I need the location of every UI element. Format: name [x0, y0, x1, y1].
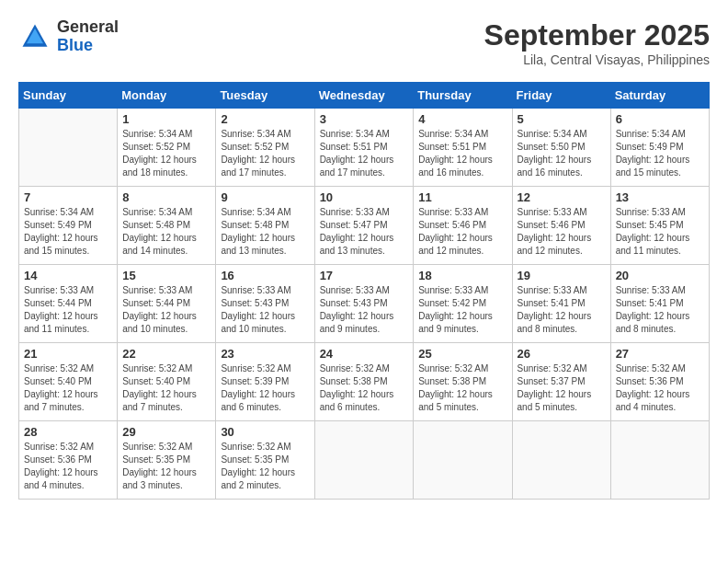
- calendar-cell: 1Sunrise: 5:34 AM Sunset: 5:52 PM Daylig…: [118, 109, 216, 187]
- day-number: 19: [518, 269, 606, 282]
- day-info: Sunrise: 5:34 AM Sunset: 5:51 PM Dayligh…: [418, 128, 506, 179]
- logo-text: General Blue: [57, 18, 119, 55]
- calendar-week-row: 28Sunrise: 5:32 AM Sunset: 5:36 PM Dayli…: [19, 421, 710, 500]
- day-info: Sunrise: 5:34 AM Sunset: 5:50 PM Dayligh…: [518, 128, 606, 179]
- weekday-header: Wednesday: [314, 83, 414, 109]
- calendar-cell: [512, 421, 610, 500]
- calendar-cell: 13Sunrise: 5:33 AM Sunset: 5:45 PM Dayli…: [610, 187, 709, 265]
- weekday-header: Sunday: [19, 83, 118, 109]
- day-number: 28: [24, 425, 112, 439]
- calendar-cell: 24Sunrise: 5:32 AM Sunset: 5:38 PM Dayli…: [314, 343, 414, 421]
- weekday-header: Tuesday: [216, 83, 314, 109]
- day-number: 26: [518, 347, 606, 361]
- day-number: 4: [418, 112, 506, 126]
- day-info: Sunrise: 5:34 AM Sunset: 5:52 PM Dayligh…: [122, 128, 210, 179]
- day-number: 5: [518, 112, 606, 126]
- day-info: Sunrise: 5:34 AM Sunset: 5:48 PM Dayligh…: [122, 206, 210, 258]
- day-info: Sunrise: 5:33 AM Sunset: 5:46 PM Dayligh…: [418, 206, 506, 258]
- day-info: Sunrise: 5:34 AM Sunset: 5:52 PM Dayligh…: [221, 128, 309, 179]
- calendar-cell: 10Sunrise: 5:33 AM Sunset: 5:47 PM Dayli…: [314, 187, 414, 265]
- calendar-cell: 2Sunrise: 5:34 AM Sunset: 5:52 PM Daylig…: [216, 109, 314, 187]
- day-info: Sunrise: 5:33 AM Sunset: 5:42 PM Dayligh…: [418, 284, 506, 336]
- day-info: Sunrise: 5:34 AM Sunset: 5:49 PM Dayligh…: [24, 206, 112, 258]
- calendar-cell: 15Sunrise: 5:33 AM Sunset: 5:44 PM Dayli…: [118, 265, 216, 343]
- location-subtitle: Lila, Central Visayas, Philippines: [484, 52, 710, 67]
- calendar-cell: 7Sunrise: 5:34 AM Sunset: 5:49 PM Daylig…: [19, 187, 118, 265]
- day-info: Sunrise: 5:33 AM Sunset: 5:45 PM Dayligh…: [616, 206, 704, 258]
- calendar-cell: 27Sunrise: 5:32 AM Sunset: 5:36 PM Dayli…: [610, 343, 709, 421]
- day-number: 24: [320, 347, 409, 361]
- calendar-cell: 17Sunrise: 5:33 AM Sunset: 5:43 PM Dayli…: [314, 265, 414, 343]
- day-number: 15: [122, 269, 210, 282]
- logo-general: General: [57, 17, 119, 36]
- calendar-week-row: 1Sunrise: 5:34 AM Sunset: 5:52 PM Daylig…: [19, 109, 710, 187]
- calendar-cell: [19, 109, 118, 187]
- day-info: Sunrise: 5:33 AM Sunset: 5:44 PM Dayligh…: [24, 284, 112, 336]
- calendar-cell: [610, 421, 709, 500]
- day-number: 27: [616, 347, 704, 361]
- calendar-week-row: 7Sunrise: 5:34 AM Sunset: 5:49 PM Daylig…: [19, 187, 710, 265]
- calendar-cell: 26Sunrise: 5:32 AM Sunset: 5:37 PM Dayli…: [512, 343, 610, 421]
- day-number: 17: [320, 269, 409, 282]
- day-number: 25: [418, 347, 506, 361]
- calendar-cell: 9Sunrise: 5:34 AM Sunset: 5:48 PM Daylig…: [216, 187, 314, 265]
- calendar-cell: 19Sunrise: 5:33 AM Sunset: 5:41 PM Dayli…: [512, 265, 610, 343]
- calendar-cell: 28Sunrise: 5:32 AM Sunset: 5:36 PM Dayli…: [19, 421, 118, 500]
- day-number: 13: [616, 190, 704, 204]
- day-number: 10: [320, 190, 409, 204]
- weekday-header: Monday: [118, 83, 216, 109]
- calendar-cell: 5Sunrise: 5:34 AM Sunset: 5:50 PM Daylig…: [512, 109, 610, 187]
- day-number: 9: [221, 190, 309, 204]
- title-block: September 2025 Lila, Central Visayas, Ph…: [484, 18, 710, 67]
- calendar-cell: 12Sunrise: 5:33 AM Sunset: 5:46 PM Dayli…: [512, 187, 610, 265]
- calendar-cell: 21Sunrise: 5:32 AM Sunset: 5:40 PM Dayli…: [19, 343, 118, 421]
- day-number: 16: [221, 269, 309, 282]
- day-info: Sunrise: 5:32 AM Sunset: 5:36 PM Dayligh…: [24, 441, 112, 492]
- day-info: Sunrise: 5:32 AM Sunset: 5:36 PM Dayligh…: [616, 362, 704, 414]
- day-info: Sunrise: 5:32 AM Sunset: 5:35 PM Dayligh…: [122, 441, 210, 492]
- day-number: 29: [122, 425, 210, 439]
- day-info: Sunrise: 5:33 AM Sunset: 5:41 PM Dayligh…: [616, 284, 704, 336]
- logo-blue: Blue: [57, 36, 93, 54]
- day-info: Sunrise: 5:33 AM Sunset: 5:41 PM Dayligh…: [518, 284, 606, 336]
- calendar-cell: 25Sunrise: 5:32 AM Sunset: 5:38 PM Dayli…: [414, 343, 512, 421]
- calendar-cell: 11Sunrise: 5:33 AM Sunset: 5:46 PM Dayli…: [414, 187, 512, 265]
- calendar-week-row: 14Sunrise: 5:33 AM Sunset: 5:44 PM Dayli…: [19, 265, 710, 343]
- day-info: Sunrise: 5:34 AM Sunset: 5:51 PM Dayligh…: [320, 128, 409, 179]
- page-header: General Blue September 2025 Lila, Centra…: [18, 18, 710, 67]
- day-info: Sunrise: 5:32 AM Sunset: 5:40 PM Dayligh…: [122, 362, 210, 414]
- calendar-cell: 14Sunrise: 5:33 AM Sunset: 5:44 PM Dayli…: [19, 265, 118, 343]
- weekday-header: Thursday: [414, 83, 512, 109]
- day-info: Sunrise: 5:32 AM Sunset: 5:38 PM Dayligh…: [418, 362, 506, 414]
- calendar-cell: 29Sunrise: 5:32 AM Sunset: 5:35 PM Dayli…: [118, 421, 216, 500]
- day-number: 7: [24, 190, 112, 204]
- calendar-cell: 18Sunrise: 5:33 AM Sunset: 5:42 PM Dayli…: [414, 265, 512, 343]
- day-number: 1: [122, 112, 210, 126]
- calendar-cell: 6Sunrise: 5:34 AM Sunset: 5:49 PM Daylig…: [610, 109, 709, 187]
- day-number: 20: [616, 269, 704, 282]
- calendar-table: SundayMondayTuesdayWednesdayThursdayFrid…: [18, 82, 710, 500]
- month-title: September 2025: [484, 18, 710, 52]
- logo: General Blue: [18, 18, 119, 55]
- day-number: 22: [122, 347, 210, 361]
- day-info: Sunrise: 5:32 AM Sunset: 5:39 PM Dayligh…: [221, 362, 309, 414]
- calendar-header-row: SundayMondayTuesdayWednesdayThursdayFrid…: [19, 83, 710, 109]
- day-info: Sunrise: 5:33 AM Sunset: 5:43 PM Dayligh…: [320, 284, 409, 336]
- calendar-cell: 8Sunrise: 5:34 AM Sunset: 5:48 PM Daylig…: [118, 187, 216, 265]
- calendar-cell: [314, 421, 414, 500]
- day-info: Sunrise: 5:33 AM Sunset: 5:46 PM Dayligh…: [518, 206, 606, 258]
- day-number: 3: [320, 112, 409, 126]
- day-info: Sunrise: 5:32 AM Sunset: 5:38 PM Dayligh…: [320, 362, 409, 414]
- calendar-cell: 4Sunrise: 5:34 AM Sunset: 5:51 PM Daylig…: [414, 109, 512, 187]
- weekday-header: Friday: [512, 83, 610, 109]
- day-info: Sunrise: 5:32 AM Sunset: 5:40 PM Dayligh…: [24, 362, 112, 414]
- calendar-cell: [414, 421, 512, 500]
- day-number: 11: [418, 190, 506, 204]
- calendar-cell: 20Sunrise: 5:33 AM Sunset: 5:41 PM Dayli…: [610, 265, 709, 343]
- day-info: Sunrise: 5:32 AM Sunset: 5:37 PM Dayligh…: [518, 362, 606, 414]
- day-number: 23: [221, 347, 309, 361]
- calendar-week-row: 21Sunrise: 5:32 AM Sunset: 5:40 PM Dayli…: [19, 343, 710, 421]
- day-number: 14: [24, 269, 112, 282]
- day-number: 6: [616, 112, 704, 126]
- day-number: 30: [221, 425, 309, 439]
